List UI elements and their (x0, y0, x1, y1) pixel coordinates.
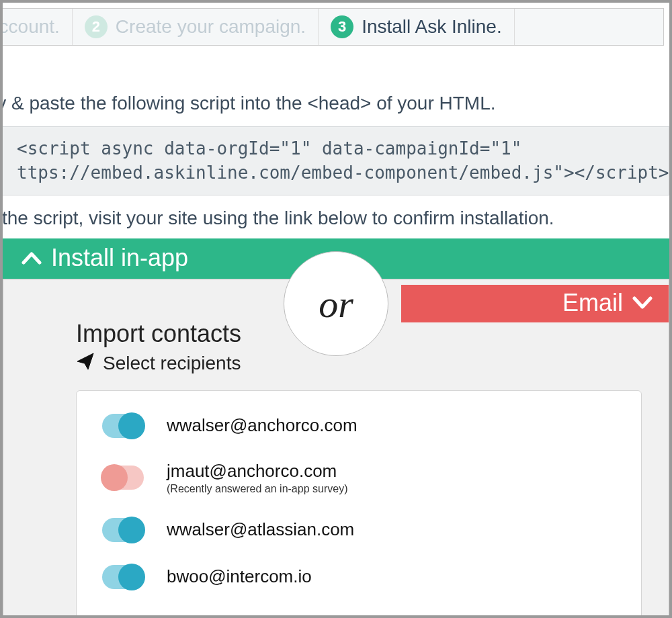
wizard-step-2-label: Create your campaign. (116, 16, 306, 38)
wizard-step-2[interactable]: 2 Create your campaign. (73, 9, 319, 45)
step-badge-2: 2 (85, 15, 108, 38)
wizard-steps: account. 2 Create your campaign. 3 Insta… (0, 8, 664, 46)
step-badge-3: 3 (331, 15, 353, 38)
wizard-step-1[interactable]: account. (0, 9, 73, 45)
email-bar[interactable]: Email (401, 285, 669, 322)
wizard-step-3[interactable]: 3 Install Ask Inline. (319, 9, 515, 45)
contact-text: jmaut@anchorco.com (Recently answered an… (167, 461, 347, 495)
wizard-step-1-label: account. (0, 16, 60, 38)
install-instruction-2: ng the script, visit your site using the… (0, 208, 669, 229)
contact-text: wwalser@atlassian.com (167, 519, 354, 540)
contact-text: bwoo@intercom.io (167, 566, 312, 587)
contact-row: bwoo@intercom.io (102, 565, 621, 589)
contact-toggle[interactable] (102, 518, 144, 542)
contact-row: wwalser@atlassian.com (102, 518, 621, 542)
contact-note: (Recently answered an in-app survey) (167, 483, 347, 495)
code-line-2: ttps://embed.askinline.com/embed-compone… (17, 163, 669, 183)
or-divider: or (284, 251, 388, 356)
paper-plane-icon (76, 352, 103, 376)
wizard-step-3-label: Install Ask Inline. (362, 16, 502, 38)
install-panel: account. 2 Create your campaign. 3 Insta… (3, 8, 669, 279)
email-bar-label: Email (562, 289, 623, 317)
contact-toggle[interactable] (102, 565, 144, 589)
contact-email: wwalser@anchorco.com (167, 415, 358, 436)
install-in-app-label: Install in-app (51, 244, 188, 272)
contact-email: jmaut@anchorco.com (167, 461, 347, 482)
select-recipients-label: Select recipients (103, 353, 241, 374)
chevron-down-icon (632, 296, 653, 310)
contact-text: wwalser@anchorco.com (167, 415, 358, 436)
embed-script-code[interactable]: <script async data-orgId="1" data-campai… (0, 126, 669, 195)
select-recipients-row: Select recipients (76, 352, 669, 376)
contact-row: jmaut@anchorco.com (Recently answered an… (102, 461, 621, 495)
code-line-1: <script async data-orgId="1" data-campai… (17, 138, 521, 159)
contact-row: wwalser@anchorco.com (102, 414, 621, 438)
contacts-card: wwalser@anchorco.com jmaut@anchorco.com … (76, 390, 642, 618)
contact-toggle[interactable] (102, 414, 144, 438)
chevron-up-icon (22, 251, 42, 265)
contact-toggle[interactable] (102, 466, 144, 490)
or-label: or (319, 281, 353, 326)
contact-email: bwoo@intercom.io (167, 566, 312, 587)
contact-email: wwalser@atlassian.com (167, 519, 354, 540)
install-instruction-1: opy & paste the following script into th… (0, 93, 669, 114)
